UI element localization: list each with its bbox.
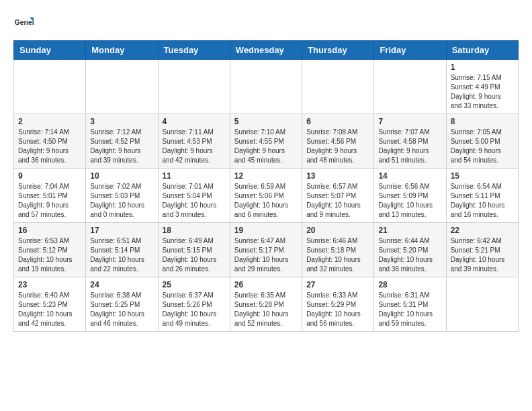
calendar-cell: 27Sunrise: 6:33 AM Sunset: 5:29 PM Dayli… [302,277,374,332]
day-info: Sunrise: 6:42 AM Sunset: 5:21 PM Dayligh… [451,236,514,274]
calendar-cell: 9Sunrise: 7:04 AM Sunset: 5:01 PM Daylig… [14,169,86,223]
calendar-cell: 25Sunrise: 6:37 AM Sunset: 5:26 PM Dayli… [158,277,230,332]
day-number: 1 [451,62,514,72]
day-info: Sunrise: 6:49 AM Sunset: 5:15 PM Dayligh… [163,236,226,274]
day-info: Sunrise: 7:11 AM Sunset: 4:53 PM Dayligh… [163,128,226,165]
calendar-cell: 16Sunrise: 6:53 AM Sunset: 5:12 PM Dayli… [14,223,86,277]
calendar-week-row: 16Sunrise: 6:53 AM Sunset: 5:12 PM Dayli… [14,223,519,277]
column-header-sunday: Sunday [14,41,86,60]
calendar-cell: 14Sunrise: 6:56 AM Sunset: 5:09 PM Dayli… [374,169,446,223]
calendar-cell: 18Sunrise: 6:49 AM Sunset: 5:15 PM Dayli… [158,223,230,277]
day-info: Sunrise: 6:37 AM Sunset: 5:26 PM Dayligh… [163,291,226,328]
day-number: 4 [163,117,226,126]
day-info: Sunrise: 7:02 AM Sunset: 5:03 PM Dayligh… [90,182,153,220]
day-number: 8 [451,117,514,126]
calendar-cell [302,60,374,114]
calendar-week-row: 1Sunrise: 7:15 AM Sunset: 4:49 PM Daylig… [14,60,519,114]
logo: General [13,13,38,34]
day-info: Sunrise: 6:51 AM Sunset: 5:14 PM Dayligh… [90,236,153,274]
day-info: Sunrise: 6:31 AM Sunset: 5:31 PM Dayligh… [378,291,441,328]
day-number: 15 [451,171,514,181]
calendar-cell [374,60,446,114]
day-info: Sunrise: 6:57 AM Sunset: 5:07 PM Dayligh… [306,182,369,220]
day-number: 25 [163,280,226,289]
column-header-friday: Friday [374,41,446,60]
calendar-cell: 4Sunrise: 7:11 AM Sunset: 4:53 PM Daylig… [158,114,230,169]
calendar-week-row: 2Sunrise: 7:14 AM Sunset: 4:50 PM Daylig… [14,114,519,169]
day-info: Sunrise: 7:08 AM Sunset: 4:56 PM Dayligh… [306,128,369,165]
day-number: 13 [306,171,369,181]
calendar-cell: 23Sunrise: 6:40 AM Sunset: 5:23 PM Dayli… [14,277,86,332]
page-header: General [13,13,519,34]
calendar-cell: 7Sunrise: 7:07 AM Sunset: 4:58 PM Daylig… [374,114,446,169]
day-number: 9 [18,171,81,181]
day-info: Sunrise: 6:53 AM Sunset: 5:12 PM Dayligh… [18,236,81,274]
day-info: Sunrise: 7:12 AM Sunset: 4:52 PM Dayligh… [90,128,153,165]
day-number: 28 [378,280,441,289]
day-info: Sunrise: 7:10 AM Sunset: 4:55 PM Dayligh… [234,128,298,165]
calendar-cell: 13Sunrise: 6:57 AM Sunset: 5:07 PM Dayli… [302,169,374,223]
day-info: Sunrise: 6:46 AM Sunset: 5:18 PM Dayligh… [306,236,369,274]
calendar-cell: 11Sunrise: 7:01 AM Sunset: 5:04 PM Dayli… [158,169,230,223]
day-number: 24 [90,280,153,289]
day-number: 10 [90,171,153,181]
calendar-cell: 22Sunrise: 6:42 AM Sunset: 5:21 PM Dayli… [446,223,518,277]
day-number: 20 [306,226,369,235]
column-header-wednesday: Wednesday [230,41,302,60]
calendar-cell [230,60,302,114]
day-number: 6 [306,117,369,126]
calendar-cell: 24Sunrise: 6:38 AM Sunset: 5:25 PM Dayli… [86,277,158,332]
day-number: 22 [451,226,514,235]
day-info: Sunrise: 6:35 AM Sunset: 5:28 PM Dayligh… [234,291,298,328]
day-info: Sunrise: 6:40 AM Sunset: 5:23 PM Dayligh… [18,291,81,328]
calendar-cell: 10Sunrise: 7:02 AM Sunset: 5:03 PM Dayli… [86,169,158,223]
column-header-saturday: Saturday [446,41,518,60]
day-number: 21 [378,226,441,235]
day-number: 3 [90,117,153,126]
calendar-cell [14,60,86,114]
day-info: Sunrise: 7:07 AM Sunset: 4:58 PM Dayligh… [378,128,441,165]
day-info: Sunrise: 6:47 AM Sunset: 5:17 PM Dayligh… [234,236,298,274]
day-number: 17 [90,226,153,235]
calendar-cell: 2Sunrise: 7:14 AM Sunset: 4:50 PM Daylig… [14,114,86,169]
calendar-cell: 20Sunrise: 6:46 AM Sunset: 5:18 PM Dayli… [302,223,374,277]
day-info: Sunrise: 6:56 AM Sunset: 5:09 PM Dayligh… [378,182,441,220]
calendar-cell [86,60,158,114]
column-header-thursday: Thursday [302,41,374,60]
calendar-cell: 15Sunrise: 6:54 AM Sunset: 5:11 PM Dayli… [446,169,518,223]
day-info: Sunrise: 6:59 AM Sunset: 5:06 PM Dayligh… [234,182,298,220]
calendar-week-row: 9Sunrise: 7:04 AM Sunset: 5:01 PM Daylig… [14,169,519,223]
day-info: Sunrise: 7:14 AM Sunset: 4:50 PM Dayligh… [18,128,81,165]
calendar-cell: 6Sunrise: 7:08 AM Sunset: 4:56 PM Daylig… [302,114,374,169]
day-info: Sunrise: 7:05 AM Sunset: 5:00 PM Dayligh… [451,128,514,165]
day-number: 7 [378,117,441,126]
logo-icon: General [13,13,34,34]
day-number: 23 [18,280,81,289]
column-header-tuesday: Tuesday [158,41,230,60]
calendar-cell [158,60,230,114]
calendar-cell: 3Sunrise: 7:12 AM Sunset: 4:52 PM Daylig… [86,114,158,169]
svg-text:General: General [15,18,34,26]
day-info: Sunrise: 6:54 AM Sunset: 5:11 PM Dayligh… [451,182,514,220]
calendar-cell: 28Sunrise: 6:31 AM Sunset: 5:31 PM Dayli… [374,277,446,332]
calendar-cell: 12Sunrise: 6:59 AM Sunset: 5:06 PM Dayli… [230,169,302,223]
day-number: 5 [234,117,298,126]
day-info: Sunrise: 7:15 AM Sunset: 4:49 PM Dayligh… [451,73,514,111]
day-number: 26 [234,280,298,289]
day-number: 16 [18,226,81,235]
calendar-cell: 19Sunrise: 6:47 AM Sunset: 5:17 PM Dayli… [230,223,302,277]
day-number: 19 [234,226,298,235]
calendar-table: SundayMondayTuesdayWednesdayThursdayFrid… [13,40,519,332]
day-info: Sunrise: 7:01 AM Sunset: 5:04 PM Dayligh… [163,182,226,220]
day-number: 18 [163,226,226,235]
day-number: 27 [306,280,369,289]
day-number: 2 [18,117,81,126]
calendar-week-row: 23Sunrise: 6:40 AM Sunset: 5:23 PM Dayli… [14,277,519,332]
column-header-monday: Monday [86,41,158,60]
day-number: 12 [234,171,298,181]
calendar-cell: 5Sunrise: 7:10 AM Sunset: 4:55 PM Daylig… [230,114,302,169]
day-info: Sunrise: 7:04 AM Sunset: 5:01 PM Dayligh… [18,182,81,220]
day-info: Sunrise: 6:44 AM Sunset: 5:20 PM Dayligh… [378,236,441,274]
calendar-cell: 8Sunrise: 7:05 AM Sunset: 5:00 PM Daylig… [446,114,518,169]
calendar-header-row: SundayMondayTuesdayWednesdayThursdayFrid… [14,41,519,60]
